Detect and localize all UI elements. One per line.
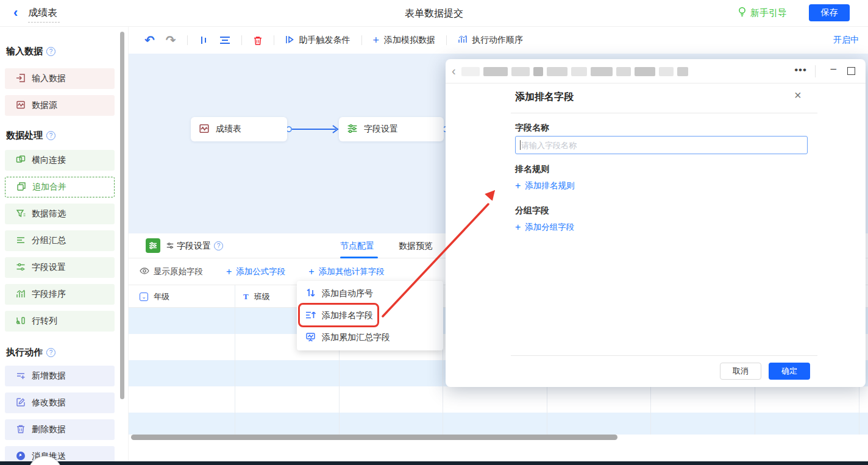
sidebar-item-data-source[interactable]: 数据源 bbox=[5, 95, 115, 116]
eye-icon bbox=[140, 267, 149, 276]
node-field-settings[interactable]: 字段设置 bbox=[339, 117, 444, 141]
confirm-button[interactable]: 确定 bbox=[769, 363, 810, 380]
status-enabled[interactable]: 开启中 bbox=[833, 35, 859, 46]
menu-item-cumulative-summary[interactable]: 添加累加汇总字段 bbox=[297, 327, 443, 349]
column-label: 年级 bbox=[154, 291, 169, 302]
beginner-guide-button[interactable]: 新手引导 bbox=[738, 7, 787, 19]
sidebar-item-append-merge[interactable]: 追加合并 bbox=[5, 177, 115, 197]
table-row[interactable] bbox=[129, 386, 868, 413]
menu-item-ranking-field[interactable]: 添加排名字段 bbox=[297, 305, 443, 327]
column-header-class[interactable]: T 班级 bbox=[243, 285, 270, 308]
help-icon[interactable]: ? bbox=[214, 241, 223, 250]
toolbar-divider bbox=[187, 35, 188, 45]
help-icon[interactable]: ? bbox=[46, 47, 55, 56]
sidebar-scrollbar[interactable] bbox=[120, 32, 124, 399]
show-original-fields-toggle[interactable]: 显示原始字段 bbox=[140, 266, 203, 277]
add-other-calc-field-button[interactable]: + 添加其他计算字段 bbox=[308, 266, 384, 277]
sidebar-item-field-sort[interactable]: 字段排序 bbox=[5, 284, 115, 305]
sidebar-item-label: 字段设置 bbox=[32, 262, 66, 273]
action-order-icon bbox=[458, 35, 467, 46]
plus-icon: + bbox=[226, 267, 232, 277]
group-field-label: 分组字段 bbox=[515, 205, 549, 216]
trigger-play-icon bbox=[285, 35, 294, 46]
sidebar-item-data-filter[interactable]: 数据筛选 bbox=[5, 204, 115, 224]
sidebar: 输入数据 ? 输入数据 数据源 数据处理 ? 横向连接 追加合并 数据筛选 bbox=[0, 27, 119, 465]
sidebar-item-label: 字段排序 bbox=[32, 289, 66, 300]
add-group-field-label: 添加分组字段 bbox=[525, 222, 574, 233]
sidebar-item-label: 修改数据 bbox=[32, 397, 66, 408]
text-type-icon: T bbox=[243, 292, 249, 302]
auto-sequence-icon bbox=[305, 288, 316, 300]
append-merge-icon bbox=[16, 182, 26, 193]
window-more-icon[interactable]: ••• bbox=[794, 64, 807, 76]
delete-data-icon bbox=[16, 424, 26, 436]
field-name-input[interactable] bbox=[515, 136, 808, 154]
filter-icon bbox=[16, 208, 26, 220]
assistant-trigger-label: 助手触发条件 bbox=[299, 35, 350, 46]
canvas-toolbar: ↶ ↷ 助手触发条件 + 添加模拟数据 执行动作顺序 开启中 bbox=[129, 27, 868, 54]
add-rank-rule-label: 添加排名规则 bbox=[525, 180, 574, 191]
sidebar-item-row-to-column[interactable]: 行转列 bbox=[5, 311, 115, 332]
plus-icon: + bbox=[515, 222, 521, 232]
menu-item-auto-sequence[interactable]: 添加自动序号 bbox=[297, 283, 443, 305]
distribute-icon[interactable] bbox=[199, 35, 208, 45]
add-group-field-button[interactable]: + 添加分组字段 bbox=[515, 222, 574, 233]
window-back-icon[interactable]: ‹ bbox=[452, 64, 456, 78]
undo-icon[interactable]: ↶ bbox=[144, 33, 155, 48]
toolbar-divider bbox=[361, 35, 362, 45]
add-formula-field-label: 添加公式字段 bbox=[236, 266, 285, 277]
node-score-table[interactable]: 成绩表 bbox=[191, 117, 287, 141]
tab-node-config[interactable]: 节点配置 bbox=[340, 233, 374, 258]
add-formula-field-button[interactable]: + 添加公式字段 bbox=[226, 266, 285, 277]
modify-data-icon bbox=[16, 397, 26, 409]
horizontal-scrollbar[interactable] bbox=[131, 435, 617, 440]
redo-icon[interactable]: ↷ bbox=[166, 33, 176, 48]
section-title-input-data: 输入数据 ? bbox=[6, 45, 119, 57]
menu-item-label: 添加累加汇总字段 bbox=[322, 332, 390, 343]
panel-title[interactable]: 字段设置 bbox=[177, 241, 211, 252]
add-mock-data-button[interactable]: + 添加模拟数据 bbox=[373, 34, 436, 47]
action-order-button[interactable]: 执行动作顺序 bbox=[458, 35, 523, 46]
data-source-icon bbox=[16, 100, 26, 112]
sidebar-item-horizontal-join[interactable]: 横向连接 bbox=[5, 150, 115, 171]
bottom-edge-bar bbox=[0, 461, 868, 465]
sidebar-item-input-data[interactable]: 输入数据 bbox=[5, 68, 115, 89]
plus-icon: + bbox=[515, 181, 521, 191]
text-caret bbox=[520, 140, 521, 150]
delete-icon[interactable] bbox=[253, 35, 263, 46]
sidebar-item-modify-data[interactable]: 修改数据 bbox=[5, 392, 115, 413]
sidebar-item-label: 输入数据 bbox=[32, 73, 66, 84]
cancel-button[interactable]: 取消 bbox=[720, 363, 761, 380]
node-label: 成绩表 bbox=[216, 124, 241, 135]
dialog-close-icon[interactable]: × bbox=[794, 88, 802, 102]
sidebar-item-field-settings[interactable]: 字段设置 bbox=[5, 257, 115, 278]
sidebar-item-group-summary[interactable]: 分组汇总 bbox=[5, 230, 115, 251]
redacted-title-text bbox=[461, 67, 688, 76]
table-row[interactable] bbox=[129, 413, 868, 435]
beginner-guide-label: 新手引导 bbox=[750, 7, 787, 19]
sidebar-item-delete-data[interactable]: 删除数据 bbox=[5, 419, 115, 440]
help-icon[interactable]: ? bbox=[46, 131, 55, 140]
menu-item-label: 添加排名字段 bbox=[322, 310, 373, 321]
plus-icon: + bbox=[308, 267, 314, 277]
sidebar-item-add-data[interactable]: 新增数据 bbox=[5, 366, 115, 386]
window-minimize-icon[interactable]: – bbox=[831, 63, 836, 75]
field-settings-icon bbox=[16, 262, 26, 274]
rank-rule-label: 排名规则 bbox=[515, 164, 549, 175]
sidebar-item-label: 数据筛选 bbox=[32, 208, 66, 219]
field-sort-icon bbox=[16, 289, 26, 300]
sidebar-item-label: 删除数据 bbox=[32, 424, 66, 435]
field-settings-node-icon bbox=[347, 123, 358, 136]
assistant-trigger-button[interactable]: 助手触发条件 bbox=[285, 35, 350, 46]
footer-divider bbox=[511, 355, 817, 356]
align-icon[interactable] bbox=[219, 36, 230, 44]
menu-item-label: 添加自动序号 bbox=[322, 288, 373, 299]
save-button[interactable]: 保存 bbox=[809, 4, 850, 21]
column-header-grade[interactable]: ⌄ 年级 bbox=[140, 285, 169, 308]
tab-data-preview[interactable]: 数据预览 bbox=[399, 233, 433, 258]
help-icon[interactable]: ? bbox=[46, 348, 55, 357]
add-rank-rule-button[interactable]: + 添加排名规则 bbox=[515, 180, 574, 191]
bulb-icon bbox=[738, 7, 747, 19]
document-title-underline bbox=[28, 22, 60, 23]
window-maximize-icon[interactable] bbox=[847, 67, 855, 75]
